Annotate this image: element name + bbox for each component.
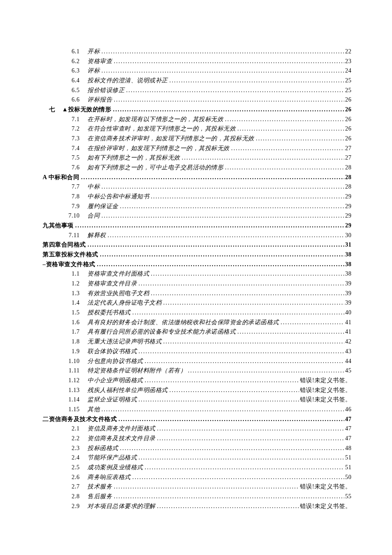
toc-entry: 1.7具有履行合同所必需的设备和专业技术能力承诺函格式41 [43, 327, 352, 337]
toc-num: 6.1 [58, 47, 87, 57]
toc-title: 中标公告和中标通知书 [87, 192, 149, 202]
toc-num: 1.2 [58, 279, 87, 289]
toc-entry: 7.4在报价评审时，如发现下列情形之一的，其投标无效27 [43, 144, 352, 154]
toc-num: 1.8 [58, 337, 87, 347]
toc-title: 资格审查文件封面格式 [87, 269, 149, 279]
toc-num: 6.5 [58, 86, 87, 96]
toc-num: 2.7 [58, 482, 87, 492]
toc-page-num: 错误!未定义书签。 [300, 395, 352, 405]
toc-title: 如有下列情形之一的，其投标无效 [87, 153, 180, 163]
toc-page-num: 25 [345, 76, 352, 86]
toc-page-num: 48 [345, 444, 352, 453]
toc-dots [101, 66, 344, 76]
toc-dots [237, 124, 344, 134]
toc-entry: 7.11解释权30 [43, 231, 352, 241]
toc-title: 资信商务及技术文件目录 [87, 434, 156, 444]
toc-title: 无重大违法记录声明书格式 [87, 337, 161, 347]
toc-page-num: 错误!未定义书签。 [300, 376, 352, 386]
toc-entry: 1.6具有良好的财务会计制度、依法缴纳税收和社会保障资金的承诺函格式41 [43, 318, 352, 328]
toc-page-num: 38 [345, 269, 352, 279]
toc-dots [145, 376, 299, 386]
toc-num: 1.11 [58, 366, 87, 376]
toc-title: 技术服务 [87, 482, 112, 492]
toc-dots [281, 318, 345, 328]
toc-entry: 1.4法定代表人身份证电子文档39 [43, 298, 352, 308]
toc-page-num: 22 [345, 47, 352, 57]
toc-dots [88, 240, 345, 250]
toc-num: 1.15 [58, 405, 87, 415]
toc-dots [114, 482, 299, 492]
toc-num: 2.8 [58, 492, 87, 502]
toc-title: A 中标和合同 [43, 173, 79, 183]
toc-title: 资格审查 [87, 57, 112, 67]
toc-title: 节能环保产品格式 [87, 453, 137, 463]
toc-num: 1.12 [58, 376, 87, 386]
toc-chapter: 第四章合同格式31 [43, 240, 352, 250]
toc-entry: 2.1资信及商务文件封面格式47 [43, 424, 352, 434]
toc-entry: 7.7中标28 [43, 182, 352, 192]
toc-page-num: 44 [345, 357, 352, 366]
toc-num: 6.2 [58, 57, 87, 67]
toc-dots [225, 163, 344, 173]
toc-dots [118, 415, 344, 424]
toc-dots [138, 395, 299, 405]
toc-title: 残疾人福利性单位声明函格式 [87, 386, 168, 395]
toc-dots [108, 231, 345, 241]
toc-title: –资格审查文件格式 [43, 260, 95, 270]
toc-chapter: 第五章投标文件格式38 [43, 250, 352, 260]
toc-num: 2.9 [58, 502, 87, 511]
toc-page-num: 26 [345, 124, 352, 134]
toc-entry: 7.10合同29 [43, 211, 352, 221]
toc-dots [133, 473, 345, 482]
toc-entry: 7.8中标公告和中标通知书29 [43, 192, 352, 202]
toc-num: 2.2 [58, 434, 87, 444]
toc-entry: 1.14监狱企业证明格式错误!未定义书签。 [43, 395, 352, 405]
toc-entry: 2.5成功案例及业绩格式51 [43, 463, 352, 473]
toc-page-num: 28 [345, 163, 352, 173]
toc-num: 7.8 [58, 192, 87, 202]
toc-entry: 6.4投标文件的澄清、说明或补正25 [43, 76, 352, 86]
toc-num: 1.1 [58, 269, 87, 279]
toc-title: 解释权 [87, 231, 106, 241]
toc-page-num: 28 [345, 173, 352, 183]
toc-dots [114, 492, 344, 502]
toc-entry: 1.8无重大违法记录声明书格式42 [43, 337, 352, 347]
toc-title: 授权委托书格式 [87, 308, 131, 318]
toc-page-num: 38 [345, 260, 352, 270]
toc-title: 中标 [87, 182, 100, 192]
toc-title: 具有履行合同所必需的设备和专业技术能力承诺函格式 [87, 327, 236, 337]
toc-page: 6.1开标22 6.2资格审查23 6.3评标24 6.4投标文件的澄清、说明或… [0, 0, 392, 555]
toc-title: 中小企业声明函格式 [87, 376, 143, 386]
toc-dots [138, 347, 344, 357]
toc-page-num: 50 [345, 473, 352, 482]
toc-dots [100, 250, 345, 260]
toc-num: 7.10 [58, 211, 87, 221]
toc-dots [113, 105, 344, 115]
toc-num: 2.6 [58, 473, 87, 482]
toc-entry: 1.12中小企业声明函格式错误!未定义书签。 [43, 376, 352, 386]
toc-entry: 1.5授权委托书格式40 [43, 308, 352, 318]
toc-num: 7.5 [58, 153, 87, 163]
toc-page-num: 39 [345, 289, 352, 299]
toc-entry: 2.6商务响应表格式50 [43, 473, 352, 482]
toc-dots [256, 134, 345, 144]
toc-title: 监狱企业证明格式 [87, 395, 137, 405]
toc-page-num: 43 [345, 347, 352, 357]
toc-section: 七 ▲投标无效的情形26 [43, 105, 352, 115]
toc-dots [170, 76, 345, 86]
toc-entry: 1.13残疾人福利性单位声明函格式错误!未定义书签。 [43, 386, 352, 395]
toc-title: 特定资格条件证明材料附件（若有） [87, 366, 186, 376]
toc-page-num: 27 [345, 153, 352, 163]
toc-num: 2.5 [58, 463, 87, 473]
toc-dots [120, 202, 345, 212]
toc-num: 1.13 [58, 386, 87, 395]
toc-title: 有效营业执照电子文档 [87, 289, 149, 299]
toc-entry: 1.3有效营业执照电子文档39 [43, 289, 352, 299]
toc-num: 1.7 [58, 327, 87, 337]
toc-num: 1.4 [58, 298, 87, 308]
toc-title: 在符合性审查时，如发现下列情形之一的，其投标无效 [87, 124, 236, 134]
toc-dots [133, 308, 345, 318]
toc-entry: 7.9履约保证金29 [43, 202, 352, 212]
toc-num: 7.3 [58, 134, 87, 144]
toc-num: 七 [49, 105, 55, 115]
